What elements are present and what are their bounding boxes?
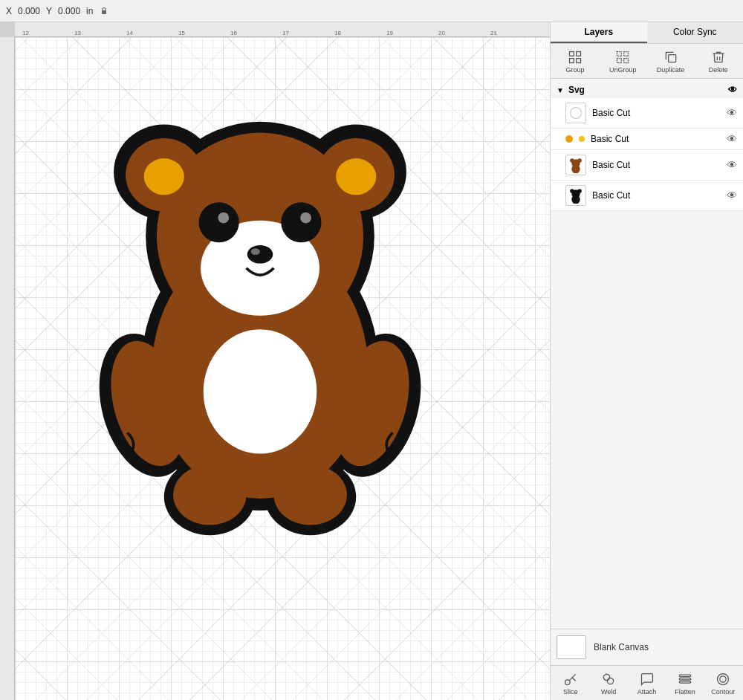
attach-button[interactable]: Attach (629, 669, 665, 697)
svg-rect-27 (570, 52, 574, 56)
svg-group-label: Svg (568, 85, 585, 95)
flatten-button[interactable]: Flatten (666, 669, 703, 697)
blank-canvas-thumb (557, 635, 586, 659)
x-value: 0.000 (18, 6, 40, 16)
svg-point-18 (336, 158, 376, 195)
svg-rect-34 (624, 59, 629, 63)
layer-eye-1[interactable]: 👁 (727, 107, 737, 119)
layer-name-2: Basic Cut (591, 134, 721, 144)
duplicate-button[interactable]: Duplicate (648, 47, 694, 75)
bear-illustration (74, 67, 476, 587)
svg-rect-32 (624, 52, 629, 56)
svg-point-26 (204, 329, 317, 453)
x-label: X (6, 6, 12, 16)
layer-eye-3[interactable]: 👁 (727, 159, 737, 171)
layer-name-1: Basic Cut (592, 108, 721, 118)
ungroup-button[interactable]: UnGroup (600, 47, 646, 75)
ruler-left (0, 37, 15, 700)
layer-item[interactable]: Basic Cut 👁 (551, 129, 743, 150)
svg-point-21 (251, 248, 260, 255)
layer-item[interactable]: Basic Cut 👁 (551, 150, 743, 181)
svg-group-arrow: ▼ (557, 86, 564, 94)
svg-rect-33 (617, 59, 622, 63)
svg-point-49 (607, 678, 613, 684)
bottom-toolbar: Slice Weld Attach Flatten (551, 665, 743, 700)
ruler-num-17: 17 (282, 30, 289, 36)
svg-point-53 (718, 674, 729, 685)
svg-rect-51 (679, 678, 690, 680)
blank-canvas-section: Blank Canvas (551, 629, 743, 665)
tab-layers[interactable]: Layers (551, 22, 647, 43)
svg-rect-28 (577, 52, 581, 56)
ruler-num-16: 16 (230, 30, 237, 36)
layer-thumb-1 (565, 103, 586, 123)
svg-rect-29 (570, 59, 574, 63)
layer-eye-2[interactable]: 👁 (727, 133, 737, 145)
ruler-num-18: 18 (334, 30, 341, 36)
delete-button[interactable]: Delete (695, 47, 742, 75)
ruler-num-19: 19 (386, 30, 393, 36)
main-area: 12 13 14 15 16 17 18 19 20 21 (0, 22, 743, 700)
contour-button[interactable]: Contour (705, 669, 742, 697)
svg-rect-52 (679, 681, 690, 684)
layer-name-4: Basic Cut (592, 190, 721, 201)
units: in (86, 6, 93, 16)
layer-dot-2 (565, 135, 573, 143)
y-label: Y (46, 6, 52, 16)
ruler-num-12: 12 (22, 30, 29, 36)
svg-point-15 (173, 464, 246, 525)
svg-rect-35 (668, 55, 675, 62)
ruler-num-14: 14 (126, 30, 133, 36)
svg-point-54 (720, 676, 726, 682)
svg-line-47 (571, 678, 575, 681)
layer-eye-4[interactable]: 👁 (727, 189, 737, 201)
svg-point-48 (603, 674, 609, 680)
svg-point-17 (144, 158, 184, 195)
svg-point-20 (247, 245, 273, 264)
grid-canvas[interactable] (15, 37, 550, 700)
svg-group-header[interactable]: ▼ Svg 👁 (551, 82, 743, 98)
top-bar: X 0.000 Y 0.000 in (0, 0, 743, 22)
svg-group-eye[interactable]: 👁 (728, 85, 737, 95)
coordinates: X 0.000 Y 0.000 in (6, 6, 109, 16)
tab-colorsync[interactable]: Color Sync (647, 22, 744, 43)
panel-tabs: Layers Color Sync (551, 22, 743, 44)
right-panel: Layers Color Sync Group UnGroup (550, 22, 743, 700)
weld-button[interactable]: Weld (590, 669, 626, 697)
lock-icon (99, 6, 109, 16)
blank-canvas-label: Blank Canvas (594, 642, 649, 652)
slice-button[interactable]: Slice (552, 669, 588, 697)
svg-point-22 (199, 202, 239, 242)
svg-rect-0 (102, 10, 106, 14)
group-button[interactable]: Group (552, 47, 598, 75)
svg-rect-50 (679, 675, 690, 677)
svg-point-36 (571, 108, 582, 119)
ruler-top: 12 13 14 15 16 17 18 19 20 21 (15, 22, 550, 37)
canvas-area[interactable]: 12 13 14 15 16 17 18 19 20 21 (0, 22, 550, 700)
layer-name-3: Basic Cut (592, 160, 721, 170)
svg-point-24 (218, 213, 229, 224)
layers-list: ▼ Svg 👁 Basic Cut 👁 Basic Cut 👁 (551, 79, 743, 629)
layer-item[interactable]: Basic Cut 👁 (551, 181, 743, 211)
svg-rect-30 (577, 59, 581, 63)
svg-rect-31 (617, 52, 622, 56)
svg-point-25 (300, 213, 311, 224)
svg-point-16 (273, 464, 346, 525)
layer-thumb-4 (565, 185, 586, 206)
ruler-num-20: 20 (438, 30, 445, 36)
ruler-num-21: 21 (490, 30, 497, 36)
layer-item[interactable]: Basic Cut 👁 (551, 98, 743, 129)
y-value: 0.000 (58, 6, 80, 16)
ruler-num-13: 13 (74, 30, 81, 36)
layer-thumb-3 (565, 155, 586, 175)
svg-point-23 (281, 202, 321, 242)
layer-toolbar: Group UnGroup Duplicate Delete (551, 44, 743, 79)
layer-dot-2b (579, 136, 585, 142)
ruler-num-15: 15 (178, 30, 185, 36)
